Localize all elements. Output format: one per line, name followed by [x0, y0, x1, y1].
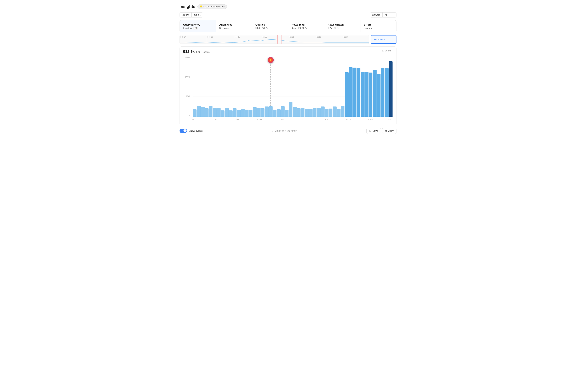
chart-bar[interactable] — [257, 108, 260, 117]
branch-selector[interactable]: Branch main ▾ — [179, 12, 203, 18]
metric-queries[interactable]: Queries 99.8 - 27k / s — [252, 20, 288, 32]
chart-bar[interactable] — [357, 68, 360, 117]
toggle-knob — [183, 129, 187, 132]
chart-bar[interactable] — [249, 110, 253, 117]
chart-bar[interactable] — [261, 108, 264, 117]
chart-bar[interactable] — [281, 106, 285, 117]
date-label-feb21: Feb 21 — [289, 36, 294, 38]
server-selector[interactable]: Servers All ▾ — [370, 12, 397, 18]
date-label-feb20: Feb 20 — [262, 36, 267, 38]
show-events-toggle[interactable] — [179, 129, 187, 133]
chart-bar[interactable] — [289, 102, 292, 117]
chart-bar[interactable] — [233, 108, 236, 117]
show-events-label: Show events — [189, 130, 202, 132]
chart-container: 566.5k 377.7k 188.8k 0 ⚡ — [183, 57, 393, 122]
chart-bar[interactable] — [213, 108, 216, 117]
no-recommendations-badge[interactable]: 💡 No recommendations — [197, 4, 227, 9]
metric-anomalies[interactable]: Anomalies No events — [216, 20, 252, 32]
save-button[interactable]: ⊡ Save — [366, 128, 381, 134]
chart-bar[interactable] — [285, 110, 288, 117]
chart-bar[interactable] — [341, 106, 345, 117]
x-label-1250: 12:50 — [368, 119, 373, 121]
chart-bar[interactable] — [349, 67, 352, 117]
chart-bar[interactable] — [389, 61, 393, 117]
chart-bar[interactable] — [381, 68, 384, 117]
copy-icon: ⧉ — [385, 129, 387, 132]
chart-bar[interactable] — [373, 70, 376, 117]
save-icon: ⊡ — [369, 130, 372, 132]
branch-label: Branch — [180, 13, 192, 17]
chart-bar[interactable] — [325, 109, 328, 117]
chart-bar[interactable] — [369, 73, 373, 117]
metric-query-latency[interactable]: Query latency 2 - 60ms p95 — [180, 20, 216, 32]
show-events-row: Show events — [179, 129, 202, 133]
chart-bar[interactable] — [301, 108, 304, 117]
chart-sub-value: 8.9k — [196, 51, 201, 53]
chart-bar[interactable] — [293, 107, 296, 117]
x-axis: 11:30 11:40 11:50 12:00 12:10 12:20 12:3… — [193, 118, 393, 122]
chart-bar[interactable] — [365, 72, 369, 117]
chart-bar[interactable] — [361, 72, 364, 117]
chart-bar[interactable] — [273, 109, 277, 117]
date-label-feb19: Feb 19 — [235, 36, 240, 38]
chart-unit: rows/s — [203, 51, 210, 53]
chart-bar[interactable] — [309, 109, 313, 117]
chart-bar[interactable] — [193, 109, 197, 117]
footer: Show events ⤢ Drag-select to zoom in ⊡ S… — [179, 125, 397, 134]
chart-bar[interactable] — [305, 109, 308, 117]
x-label-1300: 13:00 — [386, 119, 391, 121]
chart-bar[interactable] — [317, 108, 320, 117]
chart-inner: ⚡ — [193, 57, 393, 117]
chart-bar[interactable] — [345, 72, 348, 117]
metric-rows-written[interactable]: Rows written 1.7k - 9k / s — [324, 20, 360, 32]
date-label-feb17: Feb 17 — [180, 36, 186, 38]
chevron-down-icon: ▾ — [200, 14, 201, 16]
chart-bar[interactable] — [277, 109, 281, 117]
chart-bar[interactable] — [321, 106, 325, 117]
toolbar: Branch main ▾ Servers All ▾ — [179, 12, 397, 18]
chart-bar[interactable] — [201, 107, 204, 117]
chart-bar[interactable] — [229, 110, 232, 117]
bars-container — [193, 57, 393, 117]
copy-button[interactable]: ⧉ Copy — [382, 128, 397, 134]
last24-box[interactable]: Last 24 hours — [371, 35, 397, 44]
chart-bar[interactable] — [221, 110, 225, 117]
chart-bar[interactable] — [197, 106, 201, 117]
y-label-bottom: 0 — [183, 115, 190, 117]
chart-bar[interactable] — [377, 74, 380, 117]
metric-rows-read[interactable]: Rows read 3.4k - 106.9k / s — [288, 20, 324, 32]
drag-hint: ⤢ Drag-select to zoom in — [272, 130, 297, 132]
chart-bar[interactable] — [333, 106, 336, 117]
chart-bar[interactable] — [385, 68, 388, 117]
date-label-feb18: Feb 18 — [207, 36, 213, 38]
chart-bar[interactable] — [241, 109, 245, 117]
x-label-1130: 11:30 — [190, 119, 195, 121]
chart-bar[interactable] — [237, 110, 240, 117]
metric-errors[interactable]: Errors No errors — [360, 20, 397, 32]
chart-bar[interactable] — [297, 108, 301, 117]
y-label-top: 566.5k — [183, 57, 190, 59]
chart-bar[interactable] — [337, 109, 341, 117]
chart-bar[interactable] — [265, 106, 268, 117]
y-label-mid1: 377.7k — [183, 76, 190, 78]
chart-bar[interactable] — [225, 108, 229, 117]
chart-bar[interactable] — [269, 106, 273, 117]
x-label-1210: 12:10 — [279, 119, 284, 121]
x-label-1230: 12:30 — [323, 119, 328, 121]
chart-area: 532.9k 8.9k rows/s 13:05 MST 566.5k 377.… — [179, 47, 397, 125]
servers-value[interactable]: All ▾ — [383, 13, 396, 17]
chart-bar[interactable] — [217, 108, 221, 117]
chart-bar[interactable] — [313, 108, 317, 117]
chart-bar[interactable] — [329, 108, 332, 117]
y-axis: 566.5k 377.7k 188.8k 0 — [183, 57, 192, 117]
x-label-1200: 12:00 — [257, 119, 262, 121]
chart-bar[interactable] — [353, 68, 356, 117]
drag-icon: ⤢ — [272, 130, 274, 132]
chart-bar[interactable] — [205, 108, 208, 117]
chart-bar[interactable] — [253, 107, 257, 117]
lightbulb-icon: 💡 — [200, 5, 202, 8]
chart-bar[interactable] — [245, 109, 249, 117]
branch-value[interactable]: main ▾ — [192, 13, 203, 17]
chart-bar[interactable] — [209, 106, 212, 117]
y-label-mid2: 188.8k — [183, 95, 190, 97]
